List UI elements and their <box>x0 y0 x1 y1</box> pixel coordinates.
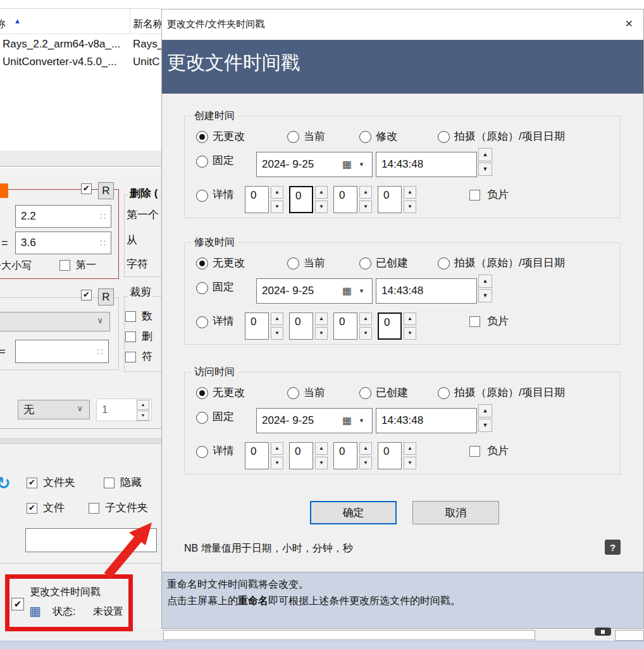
spin-up-button[interactable]: ▲ <box>404 312 416 325</box>
drag-handle-icon[interactable]: ∷ <box>100 211 106 221</box>
increment-minute-input[interactable]: 0 <box>333 186 357 213</box>
hidden-checkbox[interactable] <box>104 478 115 488</box>
folder-checkbox[interactable]: ✔ <box>27 478 37 488</box>
digits-checkbox[interactable] <box>125 311 136 322</box>
cancel-button[interactable]: 取消 <box>412 501 499 524</box>
taken-date-radio[interactable] <box>438 387 450 399</box>
spin-up-button[interactable]: ▲ <box>404 442 416 455</box>
fixed-radio[interactable] <box>196 156 208 168</box>
replace-input[interactable]: 3.6∷ <box>15 232 111 254</box>
negative-checkbox[interactable] <box>469 446 480 457</box>
no-change-radio[interactable] <box>196 387 208 399</box>
spin-up-button[interactable]: ▲ <box>359 312 372 325</box>
current-radio[interactable] <box>287 387 299 399</box>
spin-up-button[interactable]: ▲ <box>271 442 283 455</box>
detail-radio[interactable] <box>196 446 208 458</box>
calendar-grid-icon[interactable]: ▦ <box>342 285 352 297</box>
spin-down-button[interactable]: ▼ <box>404 201 416 213</box>
file-row-name[interactable]: UnitConverter-v4.5.0_... <box>3 56 116 68</box>
spin-up-button[interactable]: ▲ <box>315 312 328 325</box>
column-header-name[interactable]: 称 <box>0 18 6 30</box>
spin-down-button[interactable]: ▼ <box>404 457 416 469</box>
increment-hour-input[interactable]: 0 <box>289 186 313 213</box>
detail-radio[interactable] <box>196 316 208 328</box>
first-checkbox[interactable] <box>59 260 70 271</box>
increment-day-input[interactable]: 0 <box>245 442 269 469</box>
spin-down-button[interactable]: ▼ <box>315 457 328 469</box>
mode-dropdown[interactable]: ∨ <box>0 312 110 331</box>
date-picker[interactable]: 2024- 9-25▦▼ <box>256 152 373 177</box>
time-spin-up-button[interactable]: ▲ <box>478 148 492 161</box>
find-input[interactable]: 2.2∷ <box>15 205 111 228</box>
created-radio[interactable] <box>359 257 371 269</box>
increment-day-input[interactable]: 0 <box>245 186 269 213</box>
spin-up-button[interactable]: ▲ <box>271 186 283 199</box>
help-button[interactable]: ? <box>605 540 621 555</box>
spin-down-button[interactable]: ▼ <box>359 327 372 340</box>
time-field[interactable]: 14:43:48 <box>376 278 477 304</box>
time-spin-down-button[interactable]: ▼ <box>478 419 492 432</box>
close-icon[interactable]: ✕ <box>625 18 633 30</box>
increment-hour-input[interactable]: 0 <box>289 442 313 469</box>
dropdown-caret-icon[interactable]: ▼ <box>359 288 364 294</box>
spin-up-button[interactable]: ▲ <box>137 400 149 410</box>
time-spin-up-button[interactable]: ▲ <box>478 275 492 288</box>
spin-up-button[interactable]: ▲ <box>359 442 372 455</box>
spin-down-button[interactable]: ▼ <box>404 327 416 340</box>
delete-checkbox[interactable] <box>125 331 136 342</box>
second-input[interactable]: ∷ <box>15 340 109 363</box>
negative-checkbox[interactable] <box>469 316 480 327</box>
current-radio[interactable] <box>287 131 299 143</box>
second-enabled-checkbox[interactable]: ✔ <box>81 290 92 300</box>
file-checkbox[interactable]: ✔ <box>27 503 37 514</box>
replace-enabled-checkbox[interactable]: ✔ <box>81 183 92 194</box>
time-spin-down-button[interactable]: ▼ <box>478 289 492 302</box>
replace-r-button[interactable]: R <box>98 182 114 199</box>
spin-up-button[interactable]: ▲ <box>359 186 372 199</box>
spin-down-button[interactable]: ▼ <box>315 201 328 213</box>
bottom-text-field[interactable] <box>163 630 535 640</box>
spin-down-button[interactable]: ▼ <box>271 457 283 469</box>
spin-up-button[interactable]: ▲ <box>315 442 328 455</box>
increment-minute-input[interactable]: 0 <box>333 312 357 340</box>
calendar-grid-icon[interactable]: ▦ <box>342 158 352 170</box>
symbol-checkbox[interactable] <box>125 352 136 362</box>
none-dropdown[interactable]: 无∨ <box>18 400 90 419</box>
increment-second-input[interactable]: 0 <box>378 312 402 340</box>
negative-checkbox[interactable] <box>469 190 480 201</box>
increment-minute-input[interactable]: 0 <box>333 442 357 469</box>
date-picker[interactable]: 2024- 9-25▦▼ <box>256 278 373 304</box>
spin-down-button[interactable]: ▼ <box>315 327 328 340</box>
dropdown-caret-icon[interactable]: ▼ <box>359 417 364 424</box>
dropdown-caret-icon[interactable]: ▼ <box>359 161 364 168</box>
drag-handle-icon[interactable]: ∷ <box>100 238 106 248</box>
dialog-titlebar[interactable]: 更改文件/文件夹时间戳 ✕ <box>162 9 643 40</box>
spin-up-button[interactable]: ▲ <box>271 312 283 325</box>
drag-handle-icon[interactable]: ∷ <box>97 347 103 357</box>
increment-day-input[interactable]: 0 <box>245 312 269 340</box>
spin-down-button[interactable]: ▼ <box>271 201 283 213</box>
created-radio[interactable] <box>359 387 371 399</box>
increment-second-input[interactable]: 0 <box>378 442 402 469</box>
sort-ascending-icon[interactable]: ▲ <box>14 17 21 25</box>
increment-hour-input[interactable]: 0 <box>289 312 313 340</box>
file-row-newname[interactable]: UnitC <box>133 56 160 68</box>
taken-date-radio[interactable] <box>438 257 450 269</box>
bottom-right-box[interactable] <box>615 630 644 641</box>
column-header-newname[interactable]: 新名称 <box>133 18 163 30</box>
ok-button[interactable]: 确定 <box>310 501 397 524</box>
spin-down-button[interactable]: ▼ <box>359 201 372 213</box>
increment-second-input[interactable]: 0 <box>378 186 402 213</box>
date-picker[interactable]: 2024- 9-25▦▼ <box>256 408 373 433</box>
modified-radio[interactable] <box>359 131 371 143</box>
spin-down-button[interactable]: ▼ <box>359 457 372 469</box>
file-row-name[interactable]: Rays_2.2_arm64-v8a_... <box>3 38 120 51</box>
spin-down-button[interactable]: ▼ <box>271 327 283 340</box>
fixed-radio[interactable] <box>196 412 208 424</box>
refresh-icon[interactable]: ↻ <box>0 473 11 493</box>
time-field[interactable]: 14:43:48 <box>376 408 477 433</box>
spin-up-button[interactable]: ▲ <box>315 186 328 199</box>
current-radio[interactable] <box>287 257 299 269</box>
spin-up-button[interactable]: ▲ <box>404 186 416 199</box>
no-change-radio[interactable] <box>196 257 208 269</box>
